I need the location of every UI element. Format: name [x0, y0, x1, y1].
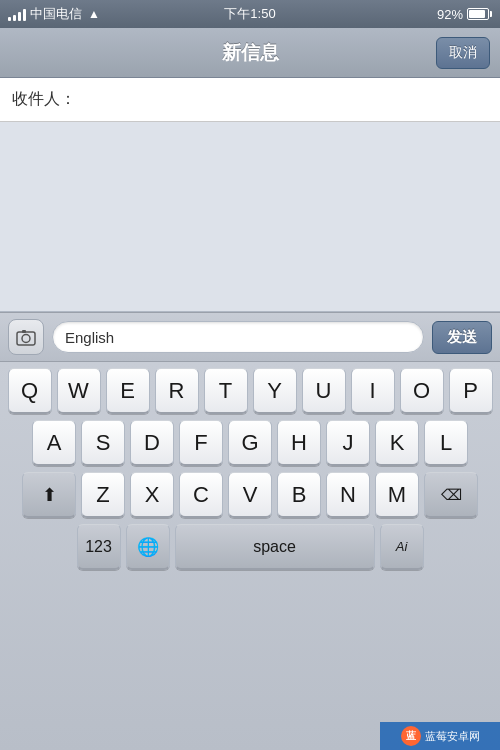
number-mode-key[interactable]: 123 [77, 524, 121, 570]
key-s[interactable]: S [81, 420, 125, 466]
carrier-label: 中国电信 [30, 5, 82, 23]
recipient-input[interactable] [82, 91, 488, 109]
status-bar: 中国电信 ▲ 下午1:50 92% [0, 0, 500, 28]
key-j[interactable]: J [326, 420, 370, 466]
svg-point-1 [22, 335, 30, 343]
key-w[interactable]: W [57, 368, 101, 414]
key-d[interactable]: D [130, 420, 174, 466]
keyboard: QWERTYUIOP ASDFGHJKL ⬆ZXCVBNM⌫ 123🌐space… [0, 362, 500, 750]
key-t[interactable]: T [204, 368, 248, 414]
wifi-icon: ▲ [88, 7, 100, 21]
signal-bars [8, 7, 26, 21]
status-right: 92% [437, 7, 492, 22]
camera-icon [16, 328, 36, 346]
key-m[interactable]: M [375, 472, 419, 518]
key-b[interactable]: B [277, 472, 321, 518]
shift-key[interactable]: ⬆ [22, 472, 76, 518]
key-p[interactable]: P [449, 368, 493, 414]
key-h[interactable]: H [277, 420, 321, 466]
key-g[interactable]: G [228, 420, 272, 466]
key-o[interactable]: O [400, 368, 444, 414]
battery-percent: 92% [437, 7, 463, 22]
status-time: 下午1:50 [224, 5, 275, 23]
keyboard-row-bottom: 123🌐spaceAi [0, 524, 500, 570]
keyboard-row-2: ASDFGHJKL [0, 420, 500, 466]
key-r[interactable]: R [155, 368, 199, 414]
watermark-icon: 蓝 [401, 726, 421, 746]
nav-bar: 新信息 取消 [0, 28, 500, 78]
camera-button[interactable] [8, 319, 44, 355]
key-l[interactable]: L [424, 420, 468, 466]
key-f[interactable]: F [179, 420, 223, 466]
svg-rect-2 [22, 330, 26, 333]
key-a[interactable]: A [32, 420, 76, 466]
key-z[interactable]: Z [81, 472, 125, 518]
key-e[interactable]: E [106, 368, 150, 414]
key-q[interactable]: Q [8, 368, 52, 414]
delete-key[interactable]: ⌫ [424, 472, 478, 518]
ai-key[interactable]: Ai [380, 524, 424, 570]
battery-icon [467, 8, 492, 20]
key-c[interactable]: C [179, 472, 223, 518]
send-button[interactable]: 发送 [432, 321, 492, 354]
keyboard-row-1: QWERTYUIOP [0, 368, 500, 414]
key-x[interactable]: X [130, 472, 174, 518]
key-v[interactable]: V [228, 472, 272, 518]
key-k[interactable]: K [375, 420, 419, 466]
key-u[interactable]: U [302, 368, 346, 414]
space-key[interactable]: space [175, 524, 375, 570]
globe-key[interactable]: 🌐 [126, 524, 170, 570]
key-i[interactable]: I [351, 368, 395, 414]
cancel-button[interactable]: 取消 [436, 37, 490, 69]
input-bar: 发送 [0, 312, 500, 362]
message-area[interactable] [0, 122, 500, 312]
keyboard-row-3: ⬆ZXCVBNM⌫ [0, 472, 500, 518]
key-n[interactable]: N [326, 472, 370, 518]
key-y[interactable]: Y [253, 368, 297, 414]
nav-title: 新信息 [222, 40, 279, 66]
watermark-text: 蓝莓安卓网 [425, 729, 480, 744]
recipient-row: 收件人： [0, 78, 500, 122]
watermark: 蓝 蓝莓安卓网 [380, 722, 500, 750]
status-left: 中国电信 ▲ [8, 5, 100, 23]
message-input[interactable] [52, 321, 424, 353]
recipient-label: 收件人： [12, 89, 76, 110]
